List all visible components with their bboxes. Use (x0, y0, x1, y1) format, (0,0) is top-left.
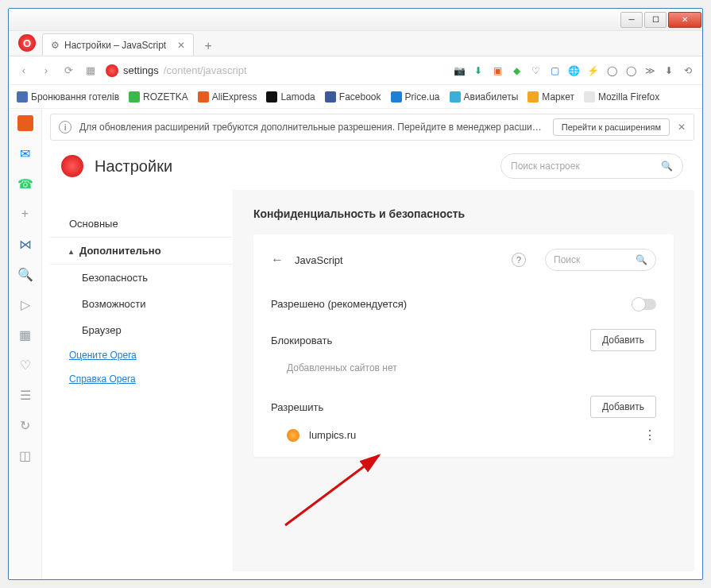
tab-settings[interactable]: ⚙ Настройки – JavaScript ✕ (42, 33, 194, 56)
allowed-site-row[interactable]: lumpics.ru ⋮ (271, 418, 656, 443)
settings-panel: Конфиденциальность и безопасность ← Java… (233, 190, 694, 571)
speed-dial-icon[interactable]: ▦ (17, 327, 33, 342)
left-dock: ✉ ☎ + ⋈ 🔍 ▷ ▦ ♡ ☰ ↻ ◫ (9, 109, 42, 579)
browser-window: ─ ☐ ✕ O ⚙ Настройки – JavaScript ✕ + ‹ ›… (8, 8, 703, 580)
settings-header: Настройки Поиск настроек 🔍 (42, 145, 702, 187)
bookmark[interactable]: Маркет (527, 91, 574, 103)
site-menu-icon[interactable]: ⋮ (643, 427, 656, 443)
search-icon: 🔍 (636, 254, 647, 265)
url-field[interactable]: settings/content/javascript (106, 64, 247, 77)
bookmarks-bar: Бронювання готелів ROZETKA AliExpress La… (9, 85, 702, 109)
ext-icon[interactable]: ◆ (510, 64, 523, 77)
ext-icon[interactable]: ⬇ (472, 64, 485, 77)
bookmark[interactable]: Авиабилеты (450, 91, 519, 103)
minimize-button[interactable]: ─ (620, 12, 643, 28)
allow-title: Разрешить (271, 401, 323, 413)
help-opera-link[interactable]: Справка Opera (50, 367, 233, 391)
bookmark[interactable]: Lamoda (266, 91, 315, 103)
add-allow-button[interactable]: Добавить (590, 396, 656, 418)
tab-strip: O ⚙ Настройки – JavaScript ✕ + (9, 31, 702, 56)
search-settings-input[interactable]: Поиск настроек 🔍 (500, 153, 683, 179)
javascript-card: ← JavaScript ? Поиск 🔍 Разрешено (рекоме… (253, 234, 674, 457)
card-search-placeholder: Поиск (554, 254, 580, 265)
more-ext-icon[interactable]: ≫ (643, 64, 656, 77)
dock-icon[interactable] (17, 115, 33, 131)
block-title: Блокировать (271, 335, 332, 346)
close-tab-icon[interactable]: ✕ (177, 40, 185, 51)
maximize-button[interactable]: ☐ (644, 12, 667, 28)
heart-icon[interactable]: ♡ (17, 357, 33, 373)
forward-icon[interactable]: › (39, 64, 53, 76)
speed-dial-icon[interactable]: ▦ (83, 64, 98, 76)
page-title: Настройки (95, 157, 172, 176)
allowed-toggle[interactable] (632, 299, 656, 310)
block-empty-text: Добавленных сайтов нет (271, 351, 656, 380)
block-section: Блокировать Добавить (271, 329, 656, 351)
card-title: JavaScript (295, 254, 343, 266)
sidebar-item-features[interactable]: Возможности (50, 291, 233, 317)
rate-opera-link[interactable]: Оцените Opera (50, 343, 233, 367)
ext-icon[interactable]: ♡ (529, 64, 542, 77)
bookmark[interactable]: Бронювання готелів (17, 91, 119, 103)
notice-text: Для обновления расширений требуются допо… (79, 122, 545, 133)
ext-icon[interactable]: ▣ (491, 64, 504, 77)
ext-icon[interactable]: 📷 (453, 64, 466, 77)
sidebar-item-browser[interactable]: Браузер (50, 317, 233, 343)
sync-icon[interactable]: ⟲ (682, 64, 694, 77)
settings-sidebar: Основные Дополнительно Безопасность Возм… (50, 190, 233, 571)
search-icon: 🔍 (661, 161, 673, 172)
sidebar-item-basic[interactable]: Основные (50, 211, 233, 237)
bookmark[interactable]: AliExpress (198, 91, 257, 103)
site-domain: lumpics.ru (309, 429, 356, 441)
goto-extensions-button[interactable]: Перейти к расширениям (553, 118, 670, 136)
help-icon[interactable]: ? (512, 253, 526, 267)
ext-icon[interactable]: ⚡ (586, 64, 599, 77)
tab-title: Настройки – JavaScript (64, 40, 166, 51)
card-search-input[interactable]: Поиск 🔍 (545, 249, 656, 271)
opera-menu-button[interactable]: O (18, 34, 36, 52)
add-messenger-icon[interactable]: + (17, 206, 33, 222)
ext-icon[interactable]: 🌐 (567, 64, 580, 77)
info-icon: i (59, 121, 71, 133)
whatsapp-icon[interactable]: ☎ (17, 176, 33, 191)
back-icon[interactable]: ‹ (17, 64, 31, 76)
search-icon[interactable]: 🔍 (17, 266, 33, 282)
bookmark[interactable]: ROZETKA (129, 91, 188, 103)
extensions-icon[interactable]: ◫ (17, 447, 33, 463)
new-tab-button[interactable]: + (199, 37, 218, 56)
sidebar-item-advanced[interactable]: Дополнительно (50, 237, 233, 265)
url-path: /content/javascript (164, 64, 247, 76)
vk-icon[interactable]: ⋈ (17, 236, 33, 252)
gear-icon: ⚙ (51, 40, 60, 51)
add-block-button[interactable]: Добавить (590, 329, 656, 351)
url-prefix: settings (123, 64, 159, 76)
bookmark-folder[interactable]: Mozilla Firefox (584, 91, 659, 103)
window-titlebar: ─ ☐ ✕ (9, 9, 702, 31)
history-icon[interactable]: ↻ (17, 417, 33, 433)
allow-section: Разрешить Добавить (271, 396, 656, 418)
back-button[interactable]: ← (271, 253, 284, 267)
share-icon[interactable]: ▷ (17, 296, 33, 312)
bookmark[interactable]: Price.ua (391, 91, 440, 103)
site-favicon (287, 429, 299, 442)
close-notice-icon[interactable]: ✕ (678, 122, 686, 133)
ext-icon[interactable]: ◯ (605, 64, 618, 77)
opera-url-icon (106, 64, 118, 77)
allowed-row: Разрешено (рекомендуется) (271, 288, 656, 319)
extension-notice: i Для обновления расширений требуются до… (50, 114, 694, 141)
addrbar-extensions: 📷 ⬇ ▣ ◆ ♡ ▢ 🌐 ⚡ ◯ ◯ ≫ ⬇ ⟲ (453, 64, 694, 77)
search-placeholder: Поиск настроек (511, 161, 580, 172)
news-icon[interactable]: ☰ (17, 387, 33, 403)
section-heading: Конфиденциальность и безопасность (253, 207, 674, 220)
opera-logo-icon (61, 155, 83, 177)
ext-icon[interactable]: ◯ (624, 64, 637, 77)
downloads-icon[interactable]: ⬇ (663, 64, 675, 77)
messenger-icon[interactable]: ✉ (17, 145, 33, 161)
close-window-button[interactable]: ✕ (668, 12, 701, 28)
bookmark[interactable]: Facebook (325, 91, 381, 103)
sidebar-item-security[interactable]: Безопасность (50, 265, 233, 291)
address-bar: ‹ › ⟳ ▦ settings/content/javascript 📷 ⬇ … (9, 56, 702, 85)
allowed-label: Разрешено (рекомендуется) (271, 298, 407, 310)
reload-icon[interactable]: ⟳ (61, 64, 75, 76)
ext-icon[interactable]: ▢ (548, 64, 561, 77)
